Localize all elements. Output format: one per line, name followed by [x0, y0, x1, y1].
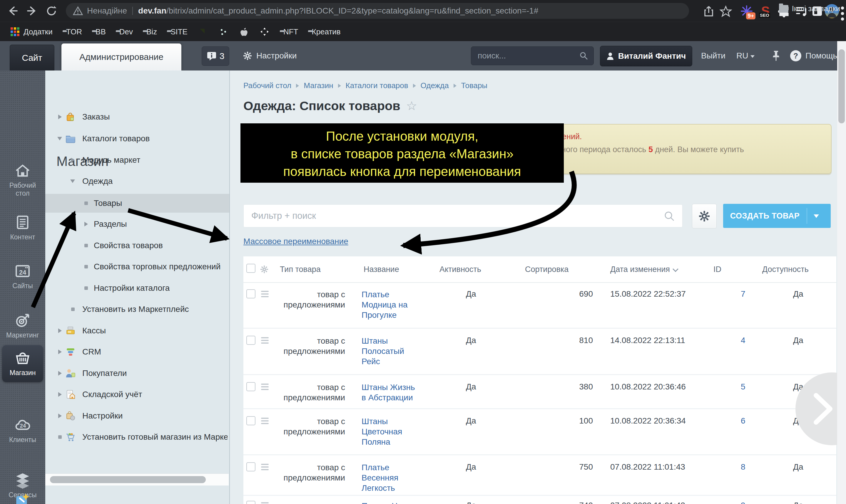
expand-arrow-icon[interactable]	[58, 349, 62, 354]
row-menu-icon[interactable]	[260, 416, 269, 426]
vertical-scrollbar[interactable]	[837, 41, 846, 504]
product-id-link[interactable]: 7	[741, 289, 745, 299]
header-search-input[interactable]: поиск...	[471, 47, 594, 65]
rail-item-marketing-target[interactable]: Маркетинг	[0, 312, 45, 339]
col-availability[interactable]: Доступность	[762, 265, 836, 274]
select-all-checkbox[interactable]	[246, 264, 256, 273]
reload-icon[interactable]	[45, 5, 58, 17]
rail-item-sites-window[interactable]: 24Сайты	[0, 263, 45, 290]
product-id-link[interactable]: 9	[741, 501, 745, 504]
product-id-link[interactable]: 4	[741, 336, 745, 345]
tab-site[interactable]: Сайт	[10, 44, 54, 71]
bookmark-додатки[interactable]: Додатки	[10, 27, 53, 37]
rail-item-content-doc[interactable]: Контент	[0, 214, 45, 241]
sidebar-item-13[interactable]: Складской учёт	[45, 385, 229, 404]
sidebar-item-14[interactable]: Настройки	[45, 407, 229, 425]
bookmark-biz[interactable]: Biz	[143, 27, 157, 36]
sidebar-item-15[interactable]: Установить готовый магазин из Маркетп	[45, 428, 229, 446]
breadcrumb-item[interactable]: Товары	[461, 81, 487, 90]
list-settings-button[interactable]	[692, 204, 716, 229]
expand-arrow-icon[interactable]	[58, 371, 62, 376]
sidebar-item-4[interactable]: Товары	[45, 194, 229, 213]
bulk-rename-link[interactable]: Массовое переименование	[243, 237, 348, 246]
bookmark-favicon-9[interactable]	[259, 26, 270, 37]
bookmark-креатив[interactable]: Креатив	[308, 27, 340, 36]
rail-item-clients-cloud[interactable]: 24Клиенты	[0, 416, 45, 444]
rail-item-wizard[interactable]	[0, 492, 45, 504]
row-menu-icon[interactable]	[260, 462, 269, 472]
sidebar-item-1[interactable]: Каталоги товаров	[45, 129, 229, 148]
col-sort[interactable]: Сортировка	[525, 265, 610, 274]
breadcrumb-item[interactable]: Одежда	[421, 81, 449, 90]
row-checkbox[interactable]	[246, 416, 256, 425]
breadcrumb-item[interactable]: Магазин	[304, 81, 333, 90]
sidebar-item-12[interactable]: Покупатели	[45, 364, 229, 383]
sidebar-item-10[interactable]: Кассы	[45, 321, 229, 340]
collapse-arrow-icon[interactable]	[57, 137, 62, 140]
notifications-button[interactable]: 3	[202, 47, 229, 66]
row-menu-icon[interactable]	[260, 289, 269, 299]
product-id-link[interactable]: 6	[741, 416, 745, 425]
sidebar-horizontal-scrollbar[interactable]	[45, 473, 229, 486]
row-checkbox[interactable]	[246, 382, 256, 391]
security-warning-icon[interactable]	[73, 6, 83, 16]
url-bar[interactable]: Ненадійне dev.fan /bitrix/admin/cat_prod…	[66, 3, 689, 19]
product-name-link[interactable]: Платье Ночная	[362, 501, 420, 504]
language-switch[interactable]: RU	[736, 47, 755, 65]
bookmark-bb[interactable]: BB	[92, 27, 106, 36]
bookmark-favicon-7[interactable]	[218, 26, 229, 37]
favorite-star-icon[interactable]: ☆	[406, 99, 417, 113]
product-name-link[interactable]: ПлатьеВесенняяЛегкость	[362, 463, 398, 492]
expand-arrow-icon[interactable]	[58, 392, 62, 397]
rail-item-desktop-home[interactable]: Рабочий стол	[0, 162, 45, 197]
row-menu-icon[interactable]	[260, 382, 269, 392]
bookmark-favicon-8[interactable]	[239, 26, 249, 37]
header-settings[interactable]: Настройки	[243, 47, 297, 65]
sidebar-item-0[interactable]: Заказы	[45, 108, 229, 126]
sidebar-item-8[interactable]: Настройки каталога	[45, 279, 229, 298]
product-id-link[interactable]: 8	[741, 462, 745, 471]
extension-starburst-icon[interactable]: 9+	[740, 4, 754, 18]
back-icon[interactable]	[6, 5, 19, 17]
security-label[interactable]: Ненадійне	[87, 6, 127, 16]
other-bookmarks[interactable]: Інші закладки	[779, 4, 840, 13]
sidebar-item-2[interactable]: Модуль маркет	[45, 151, 229, 169]
bookmark-star-icon[interactable]	[720, 5, 732, 18]
sidebar-item-3[interactable]: Одежда	[45, 172, 229, 191]
columns-settings-gear-icon[interactable]	[260, 265, 269, 274]
row-checkbox[interactable]	[246, 462, 256, 471]
bookmark-site[interactable]: SITE	[167, 27, 188, 36]
sidebar-item-11[interactable]: CRM	[45, 342, 229, 361]
sidebar-item-5[interactable]: Разделы	[45, 215, 229, 234]
expand-arrow-icon[interactable]	[58, 114, 62, 119]
breadcrumb-item[interactable]: Каталоги товаров	[346, 81, 408, 90]
user-button[interactable]: Виталий Фантич	[600, 46, 692, 66]
row-menu-icon[interactable]	[260, 501, 269, 504]
row-checkbox[interactable]	[246, 289, 256, 299]
create-product-button[interactable]: СОЗДАТЬ ТОВАР	[723, 204, 831, 228]
row-checkbox[interactable]	[246, 336, 256, 345]
bookmark-nft[interactable]: NFT	[280, 27, 298, 36]
col-modified[interactable]: Дата изменения	[610, 265, 713, 274]
pin-icon[interactable]	[772, 47, 780, 65]
rail-item-shop-basket[interactable]: Магазин	[2, 345, 43, 382]
browser-menu-icon[interactable]	[840, 4, 845, 18]
row-menu-icon[interactable]	[260, 336, 269, 345]
product-name-link[interactable]: ШтаныЦветочнаяПоляна	[362, 417, 402, 446]
forward-icon[interactable]	[26, 5, 38, 17]
bookmark-dev[interactable]: Dev	[116, 27, 133, 36]
col-name[interactable]: Название	[359, 265, 439, 274]
col-type[interactable]: Тип товара	[276, 265, 359, 274]
product-name-link[interactable]: Штаны Жизньв Абстракции	[362, 383, 415, 402]
expand-arrow-icon[interactable]	[58, 328, 62, 333]
scrollbar-thumb[interactable]	[839, 49, 845, 123]
expand-arrow-icon[interactable]	[71, 158, 75, 162]
filter-search-input[interactable]: Фильтр + поиск	[243, 204, 683, 227]
help-link[interactable]: ? Помощь	[790, 47, 837, 65]
share-icon[interactable]	[703, 5, 715, 18]
product-name-link[interactable]: ШтаныПолосатыйРейс	[362, 336, 404, 366]
product-id-link[interactable]: 5	[741, 382, 745, 391]
scrollbar-thumb[interactable]	[50, 476, 206, 483]
expand-arrow-icon[interactable]	[84, 222, 88, 227]
tab-administration[interactable]: Администрирование	[62, 43, 182, 71]
